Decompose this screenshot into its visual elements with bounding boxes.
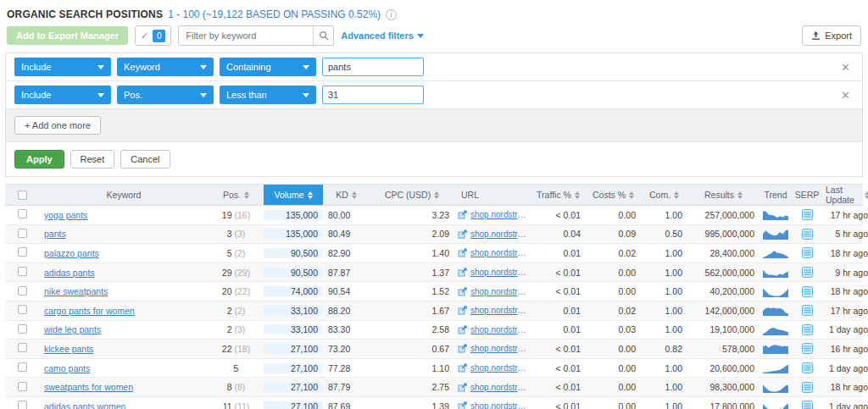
results-count[interactable]: 1 - 100 (~19,122 BASED ON PASSING 0.52%) (168, 8, 381, 20)
serp-icon[interactable] (802, 324, 813, 335)
keyword-link[interactable]: camo pants (44, 363, 90, 373)
filter2-mode-dropdown[interactable]: Include (14, 86, 111, 104)
results-cell: 28,400,000 (687, 248, 760, 258)
col-volume[interactable]: Volume (264, 185, 323, 205)
add-one-more-button[interactable]: + Add one more (14, 116, 101, 135)
cpc-cell: 1.37 (370, 268, 454, 278)
remove-filter2-button[interactable]: ✕ (837, 89, 854, 102)
filter1-value-input[interactable] (322, 58, 424, 76)
filter1-mode-dropdown[interactable]: Include (14, 58, 111, 76)
last-update-cell: 1 day ago (822, 363, 868, 373)
table-row: adidas pants 29 (29) 90,500 87.87 1.37 s… (5, 263, 863, 283)
url-link[interactable]: shop.nordstrom.c...-women (470, 306, 527, 315)
row-checkbox[interactable] (18, 229, 27, 238)
row-checkbox[interactable] (18, 324, 27, 334)
costs-cell: 0.00 (586, 363, 641, 373)
serp-icon[interactable] (802, 362, 813, 373)
row-checkbox[interactable] (18, 343, 27, 352)
serp-icon[interactable] (802, 286, 813, 297)
col-pos[interactable]: Pos. (209, 185, 264, 205)
traffic-cell: < 0.01 (531, 286, 586, 296)
row-checkbox[interactable] (18, 247, 27, 257)
row-checkbox[interactable] (18, 209, 27, 218)
serp-icon[interactable] (802, 343, 813, 354)
filter2-operator-dropdown[interactable]: Less than (220, 86, 316, 104)
url-link[interactable]: shop.nordstrom.c...-pants (470, 325, 527, 334)
serp-icon[interactable] (802, 305, 813, 316)
col-traffic[interactable]: Traffic % (531, 185, 586, 205)
cpc-cell: 0.67 (370, 344, 454, 354)
keyword-link[interactable]: palazzo pants (44, 248, 99, 258)
last-update-cell: 17 hr ago (822, 210, 868, 220)
url-cell: shop.nordstrom.c.../pants (454, 401, 531, 409)
add-to-export-manager-button[interactable]: Add to Export Manager (7, 26, 128, 45)
row-checkbox[interactable] (18, 286, 27, 296)
row-checkbox[interactable] (18, 305, 27, 314)
keyword-cell: cargo pants for women (39, 306, 209, 316)
url-link[interactable]: shop.nordstrom.c...-pants (470, 248, 527, 257)
col-costs[interactable]: Costs % (586, 185, 641, 205)
position-cell: 22 (18) (209, 344, 264, 354)
filter1-operator-dropdown[interactable]: Containing (220, 58, 316, 76)
keyword-link[interactable]: kickee pants (44, 344, 93, 354)
sort-icon (737, 191, 743, 199)
filter-by-keyword-input[interactable] (179, 26, 313, 45)
row-checkbox[interactable] (18, 362, 27, 372)
selection-counter-button[interactable]: ✓ 0 (135, 25, 171, 46)
keyword-link[interactable]: adidas pants (44, 268, 95, 278)
col-cpc[interactable]: CPC (USD) (370, 185, 454, 205)
reset-button[interactable]: Reset (70, 150, 115, 169)
url-link[interactable]: shop.nordstrom.c...-women (470, 383, 527, 392)
keyword-link[interactable]: cargo pants for women (44, 306, 135, 316)
search-button[interactable] (313, 26, 333, 45)
chevron-down-icon (303, 65, 309, 69)
filter2-value-input[interactable] (322, 86, 424, 104)
export-button[interactable]: Export (802, 25, 861, 46)
filter2-field-dropdown[interactable]: Pos. (117, 86, 214, 104)
serp-icon[interactable] (802, 229, 813, 240)
url-link[interactable]: shop.nordstrom.c...-PANTS (470, 344, 527, 353)
chevron-down-icon (303, 93, 309, 97)
row-checkbox[interactable] (18, 382, 27, 391)
last-update-cell: 17 hr ago (822, 306, 868, 316)
trend-cell (760, 382, 792, 393)
col-kd[interactable]: KD (323, 185, 370, 205)
keyword-link[interactable]: yoga pants (44, 210, 87, 220)
keyword-link[interactable]: pants (44, 229, 66, 239)
url-link[interactable]: shop.nordstrom.c.../pants (470, 268, 527, 277)
info-icon[interactable]: i (386, 9, 397, 20)
keyword-link[interactable]: wide leg pants (44, 324, 101, 334)
url-link[interactable]: shop.nordstrom.c.../pants (470, 401, 527, 409)
cancel-button[interactable]: Cancel (120, 150, 170, 169)
last-update-cell: 16 hr ago (822, 344, 868, 354)
serp-icon[interactable] (802, 267, 813, 278)
url-link[interactable]: shop.nordstrom.c...-pants (470, 363, 527, 373)
url-link[interactable]: shop.nordstrom.c...ke=535 (470, 287, 527, 296)
serp-cell (792, 267, 822, 278)
row-checkbox[interactable] (18, 401, 27, 409)
trend-cell (760, 362, 792, 373)
trend-cell (760, 305, 792, 316)
col-com[interactable]: Com. (641, 185, 687, 205)
keyword-link[interactable]: nike sweatpants (44, 286, 108, 296)
trend-sparkline-chart (763, 343, 788, 354)
filter1-field-dropdown[interactable]: Keyword (117, 58, 214, 76)
keyword-link[interactable]: sweatpants for women (44, 382, 133, 392)
select-all-checkbox[interactable] (18, 191, 27, 200)
col-results[interactable]: Results (687, 185, 760, 205)
url-link[interactable]: shop.nordstrom.c...-pants (470, 210, 527, 219)
row-checkbox[interactable] (18, 267, 27, 276)
advanced-filters-link[interactable]: Advanced filters (341, 30, 424, 41)
url-link[interactable]: shop.nordstrom.c...-pants (470, 229, 527, 239)
serp-icon[interactable] (802, 209, 813, 220)
volume-cell: 90,500 (264, 268, 323, 278)
col-last-update[interactable]: Last Update (822, 185, 868, 205)
serp-icon[interactable] (802, 382, 813, 393)
last-update-cell: 1 day ago (822, 324, 868, 334)
apply-button[interactable]: Apply (14, 150, 64, 169)
serp-icon[interactable] (802, 247, 813, 258)
serp-icon[interactable] (802, 401, 813, 409)
remove-filter1-button[interactable]: ✕ (837, 61, 854, 74)
serp-cell (792, 362, 822, 373)
keyword-link[interactable]: adidas pants women (44, 401, 125, 409)
